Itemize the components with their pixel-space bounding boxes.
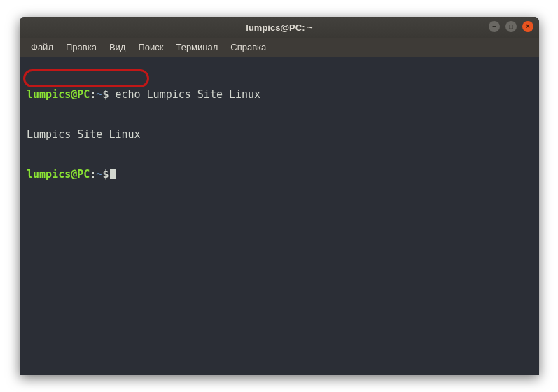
screenshot-canvas: lumpics@PC: ~ – □ × Файл Правка Вид Поис… (0, 0, 558, 392)
menu-search[interactable]: Поиск (132, 39, 169, 55)
terminal-body[interactable]: lumpics@PC:~$ echo Lumpics Site Linux Lu… (20, 57, 539, 212)
command-text: echo Lumpics Site Linux (109, 88, 260, 101)
window-title: lumpics@PC: ~ (246, 22, 312, 33)
window-titlebar[interactable]: lumpics@PC: ~ – □ × (20, 17, 539, 38)
prompt-sigil: $ (102, 168, 109, 181)
prompt-user: lumpics@PC (27, 88, 90, 101)
terminal-output-line: Lumpics Site Linux (27, 128, 532, 141)
terminal-line-1: lumpics@PC:~$ echo Lumpics Site Linux (27, 88, 532, 102)
close-icon[interactable]: × (522, 21, 533, 32)
menu-edit[interactable]: Правка (60, 39, 102, 55)
menu-bar: Файл Правка Вид Поиск Терминал Справка (20, 38, 539, 57)
menu-file[interactable]: Файл (25, 39, 59, 55)
menu-terminal[interactable]: Терминал (170, 39, 223, 55)
prompt-user: lumpics@PC (27, 168, 90, 181)
window-controls: – □ × (489, 21, 533, 32)
terminal-cursor (110, 169, 116, 179)
menu-help[interactable]: Справка (225, 39, 272, 55)
menu-view[interactable]: Вид (104, 39, 132, 55)
prompt-colon: : (90, 88, 96, 101)
maximize-icon[interactable]: □ (505, 21, 517, 32)
terminal-window: lumpics@PC: ~ – □ × Файл Правка Вид Поис… (20, 17, 539, 375)
minimize-icon[interactable]: – (489, 21, 500, 32)
prompt-colon: : (90, 168, 96, 181)
terminal-line-3: lumpics@PC:~$ (27, 168, 532, 181)
